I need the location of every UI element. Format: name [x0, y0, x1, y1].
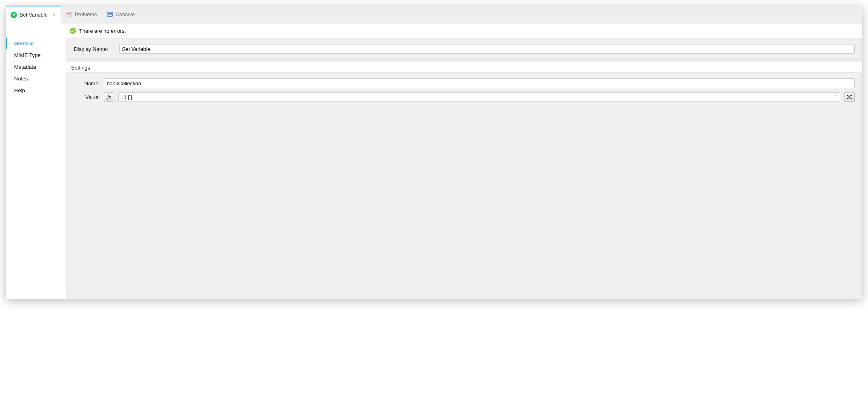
check-icon — [70, 27, 76, 34]
tab-label: Set Variable — [19, 12, 48, 18]
display-name-panel: Display Name: — [69, 38, 860, 60]
tab-console[interactable]: Console — [102, 6, 140, 23]
display-name-input[interactable] — [119, 44, 855, 54]
settings-panel: Name: Value: fx #[ [] ] — [69, 72, 860, 296]
map-button[interactable] — [844, 92, 855, 102]
svg-point-10 — [851, 95, 852, 96]
map-icon — [846, 94, 853, 100]
console-icon — [107, 11, 113, 18]
svg-point-1 — [68, 13, 69, 14]
name-input[interactable] — [104, 78, 855, 88]
variable-icon: V — [11, 12, 17, 18]
svg-rect-3 — [69, 14, 69, 17]
tab-set-variable[interactable]: V Set Variable ✕ — [6, 6, 61, 23]
sidebar-item-metadata[interactable]: Metadata — [6, 61, 66, 73]
display-name-label: Display Name: — [74, 46, 115, 52]
svg-point-11 — [851, 98, 852, 99]
settings-heading: Settings — [66, 62, 862, 72]
expr-mid: [] — [128, 94, 133, 100]
svg-rect-6 — [109, 16, 111, 17]
svg-rect-5 — [108, 13, 112, 15]
status-row: There are no errors. — [66, 23, 862, 38]
sidebar-item-general[interactable]: General — [6, 38, 66, 49]
editor-window: V Set Variable ✕ Problems — [6, 6, 862, 299]
value-row: Value: fx #[ [] ] — [74, 92, 855, 102]
expression-button[interactable]: fx — [104, 92, 114, 102]
name-row: Name: — [74, 78, 855, 88]
name-label: Name: — [74, 80, 100, 87]
svg-point-2 — [70, 13, 71, 14]
sidebar: General MIME Type Metadata Notes Help — [6, 23, 66, 299]
value-input[interactable]: #[ [] ] — [118, 92, 840, 102]
body: General MIME Type Metadata Notes Help Th… — [6, 23, 862, 299]
svg-point-7 — [70, 28, 76, 34]
sidebar-item-notes[interactable]: Notes — [6, 73, 66, 84]
tab-problems[interactable]: Problems — [61, 6, 102, 23]
problems-icon — [66, 11, 72, 18]
main-panel: There are no errors. Display Name: Setti… — [66, 23, 862, 299]
expr-lead: #[ — [122, 94, 126, 100]
status-message: There are no errors. — [79, 28, 126, 34]
close-icon[interactable]: ✕ — [52, 12, 56, 18]
tab-label: Problems — [75, 11, 97, 17]
tab-bar: V Set Variable ✕ Problems — [6, 6, 862, 23]
tab-label: Console — [116, 11, 135, 17]
expr-tail: ] — [835, 94, 836, 100]
svg-point-9 — [847, 98, 848, 99]
value-label: Value: — [74, 94, 100, 100]
svg-point-8 — [847, 95, 848, 96]
sidebar-item-help[interactable]: Help — [6, 84, 66, 96]
sidebar-item-mime-type[interactable]: MIME Type — [6, 49, 66, 61]
